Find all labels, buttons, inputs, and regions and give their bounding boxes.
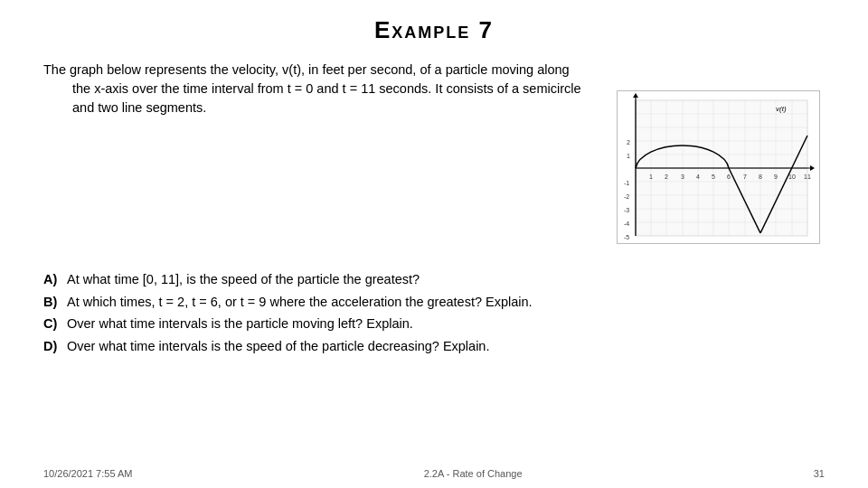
svg-text:v(t): v(t) (776, 105, 787, 113)
svg-text:4: 4 (696, 174, 700, 180)
question-b: B) At which times, t = 2, t = 6, or t = … (43, 291, 608, 314)
svg-text:1: 1 (627, 153, 630, 159)
svg-text:2: 2 (665, 174, 668, 180)
footer-right: 31 (814, 468, 825, 479)
svg-text:-5: -5 (624, 234, 629, 240)
q-label-b: B) (43, 291, 63, 314)
question-a: A) At what time [0, 11], is the speed of… (43, 268, 608, 291)
svg-text:8: 8 (759, 174, 762, 180)
svg-text:6: 6 (727, 174, 731, 180)
svg-marker-27 (633, 93, 638, 98)
svg-text:-4: -4 (624, 221, 629, 227)
q-text-c: Over what time intervals is the particle… (67, 313, 413, 335)
footer-center: 2.2A - Rate of Change (424, 468, 523, 479)
svg-text:7: 7 (743, 174, 747, 180)
text-col: A) At what time [0, 11], is the speed of… (43, 127, 617, 358)
q-label-d: D) (43, 335, 63, 358)
graph-col: 1 2 3 4 5 6 7 8 9 10 11 2 1 -1 -2 (617, 90, 825, 244)
q-text-a: At what time [0, 11], is the speed of th… (67, 268, 420, 291)
svg-text:-1: -1 (624, 180, 629, 186)
svg-text:10: 10 (788, 174, 796, 180)
page-title: Example 7 (43, 16, 825, 44)
q-text-b: At which times, t = 2, t = 6, or t = 9 w… (67, 291, 533, 314)
svg-text:-3: -3 (624, 207, 629, 213)
q-label-a: A) (43, 268, 63, 291)
q-label-c: C) (43, 313, 63, 335)
svg-text:-2: -2 (624, 193, 629, 200)
footer-left: 10/26/2021 7:55 AM (43, 468, 132, 479)
footer: 10/26/2021 7:55 AM 2.2A - Rate of Change… (0, 468, 868, 479)
svg-text:2: 2 (627, 139, 630, 145)
svg-text:5: 5 (712, 174, 715, 180)
content-area: A) At what time [0, 11], is the speed of… (43, 127, 825, 358)
svg-text:11: 11 (804, 174, 811, 180)
q-text-d: Over what time intervals is the speed of… (67, 335, 489, 358)
questions: A) At what time [0, 11], is the speed of… (43, 268, 608, 358)
svg-marker-25 (810, 165, 815, 171)
question-d: D) Over what time intervals is the speed… (43, 335, 608, 358)
velocity-graph: 1 2 3 4 5 6 7 8 9 10 11 2 1 -1 -2 (618, 91, 821, 245)
graph-container: 1 2 3 4 5 6 7 8 9 10 11 2 1 -1 -2 (617, 90, 820, 244)
intro-line1: The graph below represents the velocity,… (43, 62, 570, 77)
svg-text:1: 1 (649, 174, 653, 180)
svg-text:9: 9 (774, 174, 778, 180)
question-c: C) Over what time intervals is the parti… (43, 313, 608, 335)
page: Example 7 The graph below represents the… (0, 0, 868, 488)
svg-text:3: 3 (681, 174, 684, 180)
